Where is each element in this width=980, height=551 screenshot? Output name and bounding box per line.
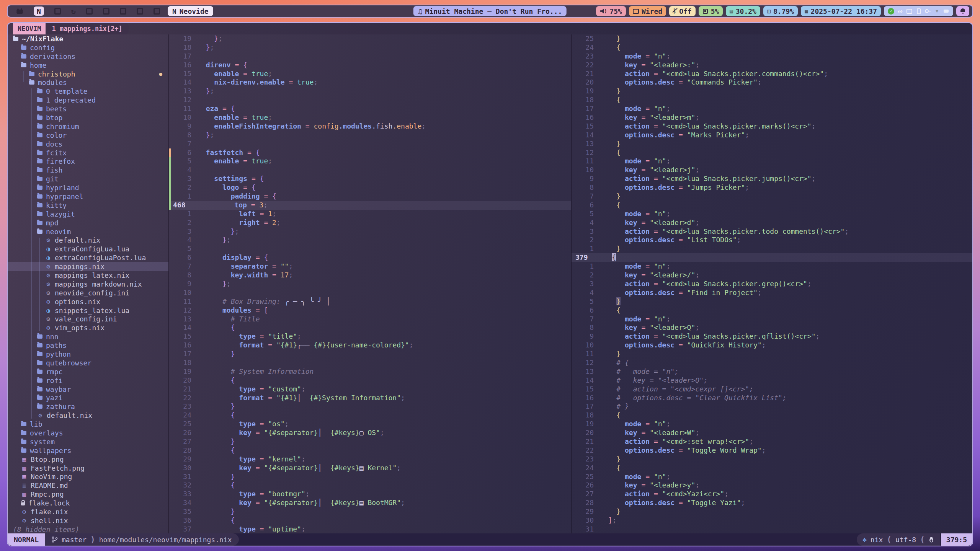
code-line[interactable]: 24 { bbox=[572, 464, 972, 473]
code-line[interactable]: 6 display = { bbox=[169, 253, 571, 262]
tree-item-kitty[interactable]: kitty bbox=[8, 201, 168, 210]
code-line[interactable]: 30 key = "{#separator}│ {#keys}▤ Kernel"… bbox=[169, 464, 571, 473]
code-line[interactable]: 20 { bbox=[169, 376, 571, 385]
tree-item-extraConfigLua.lua[interactable]: ◑extraConfigLua.lua bbox=[8, 245, 168, 253]
code-line[interactable]: 22 key = "<leader>:"; bbox=[572, 61, 972, 70]
code-line[interactable]: 15 type = "title"; bbox=[169, 332, 571, 341]
code-line[interactable]: 5 } bbox=[572, 297, 972, 306]
code-line[interactable]: 18 bbox=[169, 359, 571, 367]
tree-item-modules[interactable]: modules bbox=[8, 78, 168, 87]
tree-item-lazygit[interactable]: lazygit bbox=[8, 210, 168, 218]
code-line[interactable]: 10 enable = true; bbox=[169, 113, 571, 122]
widget-disk[interactable]: ◫8.79% bbox=[763, 6, 798, 16]
tree-item-neovim[interactable]: neovim bbox=[8, 227, 168, 236]
tree-item-nnn[interactable]: nnn bbox=[8, 332, 168, 341]
code-line[interactable]: 1 padding = { bbox=[169, 192, 571, 201]
system-tray[interactable]: ✓∾▼ bbox=[884, 6, 953, 16]
tree-item-README.md[interactable]: ≣README.md bbox=[8, 481, 168, 490]
tree-item-default.nix[interactable]: ⚙default.nix bbox=[8, 236, 168, 245]
code-line[interactable]: 6 { bbox=[572, 306, 972, 315]
code-line[interactable]: 36 { bbox=[169, 516, 571, 525]
code-line[interactable]: 17 # } bbox=[572, 402, 972, 411]
tree-item-1_deprecated[interactable]: 1_deprecated bbox=[8, 96, 168, 104]
code-line[interactable]: 14 options.desc = "Marks Picker"; bbox=[572, 131, 972, 140]
code-line[interactable]: 18 { bbox=[572, 96, 972, 104]
code-line[interactable]: 8 key.width = 17; bbox=[169, 271, 571, 280]
tree-item-NeoVim.png[interactable]: ▦NeoVim.png bbox=[8, 473, 168, 481]
code-line[interactable]: 7 separator = ""; bbox=[169, 262, 571, 271]
code-line[interactable]: 16 # options.desc = "Clear Quickfix List… bbox=[572, 394, 972, 403]
tray-mustache-icon[interactable]: ∾ bbox=[897, 8, 903, 15]
workspace-active-neovim[interactable]: N bbox=[34, 7, 44, 16]
tree-item-NixFlake[interactable]: ~/NixFlake bbox=[8, 34, 168, 43]
code-line[interactable]: 10 key = "<leader>j"; bbox=[572, 166, 972, 174]
code-line[interactable]: 21 type = "custom"; bbox=[169, 385, 571, 394]
code-line[interactable]: 2 options.desc = "List TODOs"; bbox=[572, 236, 972, 245]
code-line[interactable]: 23 } bbox=[572, 455, 972, 464]
tree-item-0_template[interactable]: 0_template bbox=[8, 87, 168, 96]
tray-keyboard-icon[interactable] bbox=[943, 8, 949, 15]
code-line[interactable]: 2 key = "<leader>/"; bbox=[572, 271, 972, 280]
code-line[interactable]: 4 bbox=[169, 166, 571, 174]
code-line[interactable]: 7 } bbox=[572, 192, 972, 201]
code-line[interactable]: 3 }; bbox=[169, 227, 571, 236]
code-line[interactable]: 9 action = "<cmd>lua Snacks.picker.jumps… bbox=[572, 174, 972, 183]
code-line[interactable]: 3 action = "<cmd>lua Snacks.picker.grep(… bbox=[572, 280, 972, 289]
code-line[interactable]: 1 } bbox=[572, 245, 972, 253]
tree-item-derivations[interactable]: derivations bbox=[8, 52, 168, 61]
workspace-empty-icon[interactable] bbox=[154, 8, 160, 15]
code-line[interactable]: 13 # Title bbox=[169, 315, 571, 324]
code-line[interactable]: 19 # System Information bbox=[169, 367, 571, 376]
code-line[interactable]: 14 # key = "<leader>Q"; bbox=[572, 376, 972, 385]
code-line[interactable]: 29 type = "kernel"; bbox=[169, 455, 571, 464]
code-line[interactable]: 5 mode = "n"; bbox=[572, 210, 972, 218]
code-line[interactable]: 9 enableFishIntegration = config.modules… bbox=[169, 122, 571, 131]
tree-item-firefox[interactable]: firefox bbox=[8, 157, 168, 166]
tree-item-snippets_latex.lua[interactable]: ◑snippets_latex.lua bbox=[8, 306, 168, 315]
code-line[interactable]: 6 fastfetch = { bbox=[169, 148, 571, 157]
widget-bluetooth[interactable]: ᛒOff bbox=[669, 6, 696, 16]
code-line[interactable]: 11 } bbox=[572, 350, 972, 359]
code-line[interactable]: 18 }; bbox=[169, 43, 571, 52]
code-line[interactable]: 10 options.desc = "Quickfix History"; bbox=[572, 341, 972, 350]
tree-item-rofi[interactable]: rofi bbox=[8, 376, 168, 385]
code-line[interactable]: 7 mode = "n"; bbox=[572, 315, 972, 324]
tree-item-Rmpc.png[interactable]: ▦Rmpc.png bbox=[8, 490, 168, 499]
tree-item-extraConfigLuaPost.lua[interactable]: ◑extraConfigLuaPost.lua bbox=[8, 253, 168, 262]
code-line[interactable]: 13 } bbox=[572, 140, 972, 148]
tree-item-mappings.nix[interactable]: ⚙mappings.nix bbox=[8, 262, 168, 271]
code-pane-right[interactable]: 25 }24 {23 mode = "n";22 key = "<leader>… bbox=[572, 34, 972, 533]
code-line[interactable]: 11 mode = "n"; bbox=[572, 157, 972, 166]
tree-item-Btop.png[interactable]: ▦Btop.png bbox=[8, 455, 168, 464]
tree-item-system[interactable]: system bbox=[8, 437, 168, 446]
tree-item-vim_opts.nix[interactable]: ⚙vim_opts.nix bbox=[8, 323, 168, 332]
tree-item-mappings_markdown.nix[interactable]: ⚙mappings_markdown.nix bbox=[8, 280, 168, 289]
code-line[interactable]: 32 { bbox=[169, 481, 571, 490]
code-line[interactable]: 31 bbox=[572, 525, 972, 533]
code-line[interactable]: 23 mode = "n"; bbox=[572, 52, 972, 61]
tree-item-color[interactable]: color bbox=[8, 131, 168, 140]
code-line[interactable]: 7 bbox=[169, 140, 571, 148]
tree-item-options.nix[interactable]: ⚙options.nix bbox=[8, 297, 168, 306]
workspace-refresh-icon[interactable]: ↻ bbox=[71, 7, 76, 16]
code-line[interactable]: 33 type = "bootmgr"; bbox=[169, 490, 571, 499]
code-line[interactable]: 12 bbox=[169, 96, 571, 104]
tray-window-icon[interactable] bbox=[906, 8, 913, 15]
code-line[interactable]: 22 format = "{#1}│ {#}System Information… bbox=[169, 394, 571, 403]
code-line[interactable]: 19 mode = "n"; bbox=[572, 420, 972, 429]
tray-triangle-icon[interactable]: ▼ bbox=[934, 8, 940, 15]
code-line[interactable]: 17 bbox=[169, 52, 571, 61]
code-line[interactable]: 1 mode = "n"; bbox=[572, 262, 972, 271]
code-line[interactable]: 11 # Box Drawing: ╭ ─ ╮ ╰ ╯ │ bbox=[169, 297, 571, 306]
code-line[interactable]: 25 type = "os"; bbox=[169, 420, 571, 429]
code-line[interactable]: 2 right = 2; bbox=[169, 218, 571, 227]
code-line[interactable]: 19 }; bbox=[169, 34, 571, 43]
code-line[interactable]: 29 } bbox=[572, 507, 972, 516]
code-line[interactable]: 4 }; bbox=[169, 236, 571, 245]
code-line[interactable]: 16 format = "{#1}╭── {#}{user-name-color… bbox=[169, 341, 571, 350]
tree-item-btop[interactable]: btop bbox=[8, 113, 168, 122]
tray-key-icon[interactable] bbox=[924, 8, 931, 15]
code-line[interactable]: 22 options.desc = "Toggle Word Wrap"; bbox=[572, 446, 972, 455]
code-line[interactable]: 15 # action = "<cmd>cexpr []<cr>"; bbox=[572, 385, 972, 394]
code-line[interactable]: 26 key = "{#separator}│ {#keys}▢ OS"; bbox=[169, 429, 571, 437]
